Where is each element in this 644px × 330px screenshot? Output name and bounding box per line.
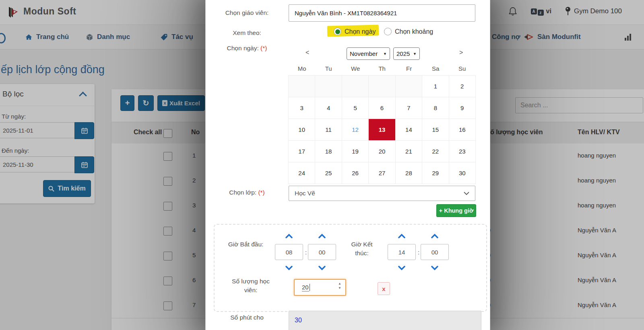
add-slot-label: Khung giờ — [444, 207, 473, 214]
class-select-value: Học Vẽ — [295, 190, 315, 197]
time-slot-box: Giờ Bắt đầu: : Giờ Kết thúc: : Số lượng … — [214, 224, 487, 312]
calendar-day[interactable]: 29 — [422, 162, 449, 184]
calendar-day[interactable]: 5 — [342, 97, 369, 119]
calendar-day[interactable]: 4 — [315, 97, 342, 119]
weekday-label: Sa — [422, 65, 449, 72]
calendar-day[interactable]: 11 — [315, 119, 342, 141]
calendar-day[interactable]: 9 — [449, 97, 476, 119]
calendar-day[interactable]: 19 — [342, 140, 369, 162]
calendar-day[interactable]: 23 — [449, 140, 476, 162]
calendar-grid: 1 2 3 4 5 6 7 8 9 10 11 12 13 14 15 16 1… — [289, 76, 476, 184]
weekday-label: We — [342, 65, 369, 72]
required-mark: (*) — [258, 189, 264, 196]
calendar-day[interactable]: 16 — [449, 119, 476, 141]
calendar-day-today[interactable]: 12 — [342, 119, 369, 141]
choose-date-label: Chọn ngày: (*) — [212, 44, 282, 53]
capacity-input[interactable]: 20 ▲▼ — [294, 279, 346, 296]
radio-choose-range[interactable] — [384, 28, 392, 35]
calendar-day[interactable]: 21 — [395, 140, 422, 162]
weekday-label: Mo — [289, 65, 315, 72]
start-minute-down-icon[interactable] — [318, 266, 326, 271]
calendar-day[interactable]: 27 — [368, 162, 395, 184]
end-hour-down-icon[interactable] — [398, 266, 405, 271]
app-root: Modun Soft Az vi Gym Demo 100 — [0, 0, 644, 330]
year-select[interactable]: 2025 ▼ — [393, 47, 420, 60]
calendar-day[interactable]: 15 — [422, 119, 449, 141]
capacity-label: Số lượng học viên: — [227, 277, 275, 295]
radio-choose-range-label[interactable]: Chọn khoảng — [395, 28, 433, 35]
class-select[interactable]: Học Vẽ — [289, 186, 475, 201]
end-minute-input[interactable] — [421, 244, 449, 260]
calendar-day[interactable]: 28 — [395, 162, 422, 184]
end-minute-up-icon[interactable] — [431, 234, 438, 238]
calendar-empty-cell — [315, 75, 342, 97]
start-hour-down-icon[interactable] — [285, 266, 293, 271]
text-caret — [310, 284, 310, 291]
plus-icon: + — [439, 207, 442, 214]
start-hour-up-icon[interactable] — [285, 234, 293, 238]
end-minute-down-icon[interactable] — [431, 266, 438, 271]
calendar-day[interactable]: 25 — [315, 162, 342, 184]
chevron-down-icon: ▼ — [413, 52, 417, 56]
calendar-day[interactable]: 3 — [288, 97, 315, 119]
calendar-day[interactable]: 8 — [422, 97, 449, 119]
calendar-day[interactable]: 18 — [315, 140, 342, 162]
view-by-label: Xem theo: — [212, 29, 282, 37]
weekday-label: Tu — [315, 65, 342, 72]
teacher-label: Chọn giáo viên: — [212, 9, 282, 17]
calendar-day[interactable]: 1 — [422, 75, 449, 97]
end-hour-input[interactable] — [388, 244, 416, 260]
calendar-day[interactable]: 26 — [342, 162, 369, 184]
start-hour-input[interactable] — [275, 244, 303, 260]
calendar-day[interactable]: 17 — [288, 140, 315, 162]
weekday-label: Th — [369, 65, 395, 72]
start-minute-input[interactable] — [308, 244, 336, 260]
time-colon: : — [418, 249, 419, 256]
start-time-label: Giờ Bắt đầu: — [225, 240, 267, 249]
number-spinner-icon[interactable]: ▲▼ — [338, 281, 341, 290]
time-colon: : — [305, 249, 307, 256]
calendar-empty-cell — [368, 75, 395, 97]
month-value: November — [350, 50, 378, 57]
calendar-empty-cell — [288, 75, 315, 97]
start-minute-up-icon[interactable] — [318, 234, 326, 238]
calendar-day-selected[interactable]: 13 — [368, 119, 395, 141]
calendar-empty-cell — [342, 75, 369, 97]
radio-choose-day-label[interactable]: Chọn ngày — [345, 28, 376, 35]
calendar-day[interactable]: 20 — [368, 140, 395, 162]
year-value: 2025 — [396, 50, 410, 57]
calendar-day[interactable]: 14 — [395, 119, 422, 141]
radio-selected-dot — [335, 29, 340, 34]
calendar-day[interactable]: 7 — [395, 97, 422, 119]
weekday-label: Fr — [396, 65, 422, 72]
minutes-label: Số phút cho — [212, 314, 282, 322]
radio-choose-day[interactable] — [334, 28, 341, 35]
required-mark: (*) — [260, 45, 267, 51]
calendar-prev-button[interactable]: < — [305, 49, 309, 56]
month-select[interactable]: November ▼ — [347, 47, 390, 60]
calendar-next-button[interactable]: > — [459, 49, 463, 56]
calendar-day[interactable]: 2 — [449, 75, 476, 97]
minutes-input[interactable]: 30 — [289, 311, 481, 330]
calendar-day[interactable]: 24 — [288, 162, 315, 184]
calendar-day[interactable]: 30 — [449, 162, 476, 184]
choose-class-label: Chọn lớp: (*) — [212, 189, 282, 197]
calendar-day[interactable]: 10 — [288, 119, 315, 141]
end-hour-up-icon[interactable] — [398, 234, 405, 238]
calendar-empty-cell — [395, 75, 422, 97]
add-time-slot-button[interactable]: + Khung giờ — [436, 204, 476, 217]
teacher-input[interactable] — [289, 4, 475, 22]
remove-slot-button[interactable]: x — [378, 282, 390, 295]
schedule-modal: Chọn giáo viên: Xem theo: Chọn ngày Chọn… — [205, 0, 490, 330]
calendar-day[interactable]: 6 — [368, 97, 395, 119]
calendar-day[interactable]: 22 — [422, 140, 449, 162]
weekday-label: Su — [449, 65, 475, 72]
capacity-value: 20 — [302, 284, 309, 291]
chevron-down-icon: ▼ — [383, 52, 387, 56]
end-time-label: Giờ Kết thúc: — [345, 240, 378, 258]
chevron-down-icon — [464, 192, 469, 195]
